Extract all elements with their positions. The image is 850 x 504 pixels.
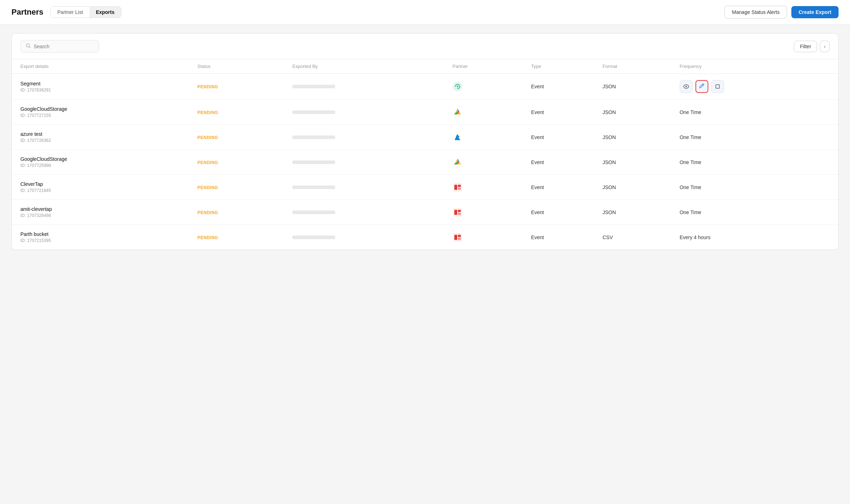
exported-by-cell	[287, 175, 447, 200]
row-actions	[680, 80, 832, 93]
svg-rect-27	[458, 238, 461, 240]
partner-cell	[447, 175, 526, 200]
svg-point-5	[685, 86, 687, 87]
exported-by-cell	[287, 150, 447, 175]
exported-by-bar	[292, 85, 335, 88]
status-badge: PENDING	[197, 84, 218, 89]
status-badge: PENDING	[197, 235, 218, 240]
table-row: amit-clevertapID: 1707328498PENDING Even…	[12, 200, 838, 225]
export-id: ID: 1707725998	[20, 163, 186, 168]
status-cell: PENDING	[192, 100, 287, 125]
view-button[interactable]	[680, 80, 693, 93]
partner-cell	[447, 200, 526, 225]
svg-rect-18	[458, 185, 461, 187]
svg-rect-25	[454, 235, 457, 240]
partner-logo	[453, 182, 463, 192]
top-bar-left: Partners Partner List Exports	[11, 6, 121, 18]
exported-by-cell	[287, 225, 447, 250]
svg-rect-19	[458, 188, 461, 190]
export-details-cell: Parth bucketID: 1707215395	[12, 225, 192, 250]
tab-partner-list[interactable]: Partner List	[51, 7, 89, 18]
table-row: CleverTapID: 1707721845PENDING EventJSON…	[12, 175, 838, 200]
col-exported-by: Exported By	[287, 59, 447, 74]
partner-logo	[453, 207, 463, 217]
frequency-cell: One Time	[674, 100, 838, 125]
svg-rect-21	[454, 210, 457, 215]
format-cell: JSON	[597, 200, 674, 225]
table-row: Parth bucketID: 1707215395PENDING EventC…	[12, 225, 838, 250]
status-badge: PENDING	[197, 210, 218, 215]
export-name: azure test	[20, 131, 186, 137]
frequency-cell	[674, 74, 838, 100]
format-cell: JSON	[597, 150, 674, 175]
frequency-cell: One Time	[674, 125, 838, 150]
type-cell: Event	[526, 74, 597, 100]
table-row: GoogleCloudStorageID: 1707727155PENDING …	[12, 100, 838, 125]
frequency-cell: One Time	[674, 200, 838, 225]
format-cell: JSON	[597, 125, 674, 150]
exported-by-cell	[287, 200, 447, 225]
stop-button[interactable]	[711, 80, 724, 93]
create-export-button[interactable]: Create Export	[791, 6, 839, 18]
partner-logo	[453, 132, 463, 142]
edit-button[interactable]	[695, 80, 708, 93]
col-partner: Partner	[447, 59, 526, 74]
partner-cell	[447, 225, 526, 250]
svg-rect-7	[716, 85, 719, 88]
svg-rect-22	[458, 210, 461, 212]
main-container: Filter ‹ Export details Status Exported …	[11, 33, 839, 250]
partner-cell	[447, 150, 526, 175]
export-name: GoogleCloudStorage	[20, 156, 186, 162]
svg-rect-17	[454, 185, 457, 190]
page-title: Partners	[11, 8, 43, 17]
format-cell: JSON	[597, 100, 674, 125]
export-name: Parth bucket	[20, 231, 186, 237]
partner-cell	[447, 100, 526, 125]
type-cell: Event	[526, 225, 597, 250]
frequency-cell: One Time	[674, 175, 838, 200]
type-cell: Event	[526, 100, 597, 125]
export-name: CleverTap	[20, 181, 186, 187]
status-cell: PENDING	[192, 225, 287, 250]
search-box[interactable]	[20, 40, 99, 53]
export-id: ID: 1707328498	[20, 213, 186, 218]
export-id: ID: 1707215395	[20, 238, 186, 243]
status-cell: PENDING	[192, 74, 287, 100]
format-cell: JSON	[597, 175, 674, 200]
export-details-cell: SegmentID: 1707836291	[12, 74, 192, 100]
status-cell: PENDING	[192, 150, 287, 175]
exported-by-bar	[292, 160, 335, 164]
export-name: GoogleCloudStorage	[20, 106, 186, 112]
table-row: azure testID: 1707726362PENDING EventJSO…	[12, 125, 838, 150]
col-format: Format	[597, 59, 674, 74]
partner-cell	[447, 125, 526, 150]
svg-marker-13	[458, 159, 459, 162]
status-cell: PENDING	[192, 125, 287, 150]
status-badge: PENDING	[197, 185, 218, 190]
col-status: Status	[192, 59, 287, 74]
partner-cell	[447, 74, 526, 100]
export-details-cell: azure testID: 1707726362	[12, 125, 192, 150]
type-cell: Event	[526, 150, 597, 175]
status-cell: PENDING	[192, 200, 287, 225]
exports-table: Export details Status Exported By Partne…	[12, 59, 838, 249]
search-input[interactable]	[34, 44, 94, 49]
format-cell: CSV	[597, 225, 674, 250]
partner-logo	[453, 107, 463, 117]
search-icon	[26, 43, 31, 49]
collapse-button[interactable]: ‹	[820, 41, 830, 52]
svg-line-1	[29, 47, 31, 48]
type-cell: Event	[526, 175, 597, 200]
manage-status-alerts-button[interactable]: Manage Status Alerts	[724, 6, 787, 19]
partner-logo	[453, 81, 463, 92]
exported-by-bar	[292, 186, 335, 189]
export-id: ID: 1707836291	[20, 88, 186, 93]
status-badge: PENDING	[197, 135, 218, 140]
col-export-details: Export details	[12, 59, 192, 74]
exported-by-bar	[292, 135, 335, 139]
filter-button[interactable]: Filter	[794, 41, 817, 52]
tab-exports[interactable]: Exports	[89, 7, 121, 18]
tab-group: Partner List Exports	[50, 6, 121, 18]
frequency-cell: One Time	[674, 150, 838, 175]
status-badge: PENDING	[197, 110, 218, 115]
